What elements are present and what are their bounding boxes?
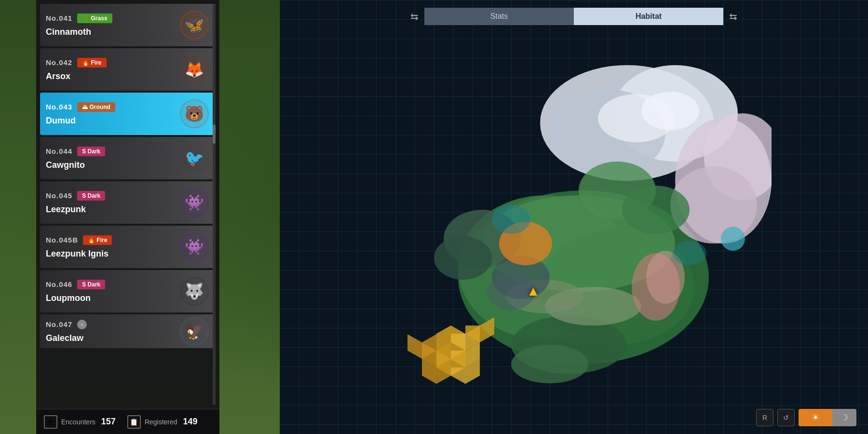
- pokemon-sprite: 🦋: [175, 6, 214, 44]
- encounters-label: Encounters: [61, 418, 95, 426]
- pokemon-name: Dumud: [46, 116, 169, 126]
- pokemon-list: No.041 🌿 Grass Cinnamoth 🦋 No.042 🔥 Fire…: [36, 0, 219, 409]
- registered-stat: 📋 Registered 149: [127, 415, 198, 429]
- pokemon-item[interactable]: No.042 🔥 Fire Arsox 🦊: [40, 48, 216, 91]
- map-header: ⇆ Stats Habitat ⇆: [408, 8, 739, 25]
- time-toggle: ☀ ☽: [799, 409, 856, 426]
- pokemon-name: Leezpunk Ignis: [46, 249, 169, 259]
- pokemon-name: Cawgnito: [46, 160, 169, 170]
- sprite-emoji: 👾: [185, 193, 204, 212]
- tab-habitat[interactable]: Habitat: [574, 8, 723, 25]
- sprite-emoji: 👾: [185, 238, 204, 256]
- pokemon-sprite: 🐻: [175, 95, 214, 133]
- svg-point-37: [673, 241, 706, 265]
- type-badge: ○: [77, 320, 87, 329]
- svg-point-9: [641, 92, 699, 130]
- refresh-button[interactable]: ↺: [777, 409, 795, 426]
- pokemon-name: Arsox: [46, 71, 169, 81]
- sprite-circle: 🦋: [180, 11, 209, 40]
- registered-value: 149: [183, 417, 198, 427]
- pokemon-number: No.043: [46, 103, 72, 111]
- encounters-stat: 👁 Encounters 157: [44, 415, 116, 429]
- type-badge: S Dark: [77, 280, 105, 289]
- tab-bar: Stats Habitat: [424, 8, 723, 25]
- pokemon-number-row: No.046 S Dark: [46, 280, 169, 289]
- pokemon-info: No.046 S Dark Loupmoon: [40, 276, 175, 307]
- pokemon-number-row: No.042 🔥 Fire: [46, 58, 169, 68]
- sprite-circle: 👾: [180, 232, 209, 261]
- pokemon-number-row: No.041 🌿 Grass: [46, 14, 169, 23]
- pokemon-item[interactable]: No.047 ○ Galeclaw 🦅: [40, 314, 216, 348]
- pokemon-name: Leezpunk: [46, 204, 169, 215]
- pokemon-sprite: 🦊: [175, 50, 214, 89]
- bottom-bar: 👁 Encounters 157 📋 Registered 149: [36, 409, 219, 434]
- time-night-button[interactable]: ☽: [832, 409, 856, 426]
- pokemon-info: No.045 S Dark Leezpunk: [40, 187, 175, 218]
- pokemon-item[interactable]: No.041 🌿 Grass Cinnamoth 🦋: [40, 4, 216, 46]
- pokemon-info: No.045B 🔥 Fire Leezpunk Ignis: [40, 231, 175, 263]
- sprite-circle: 👾: [180, 188, 209, 217]
- player-arrow: ▲: [527, 284, 540, 299]
- sun-icon: ☀: [812, 412, 819, 423]
- map-bottom-bar: R ↺ ☀ ☽: [756, 409, 856, 426]
- pokemon-number: No.047: [46, 320, 72, 328]
- type-badge: 🌿 Grass: [77, 14, 112, 23]
- encounters-value: 157: [101, 417, 116, 427]
- sprite-emoji: 🐻: [185, 105, 204, 123]
- pokemon-number: No.044: [46, 147, 72, 155]
- scroll-track: [213, 4, 216, 405]
- time-day-button[interactable]: ☀: [799, 409, 832, 426]
- registered-label: Registered: [145, 418, 177, 426]
- pokemon-number: No.045B: [46, 236, 78, 244]
- tab-stats[interactable]: Stats: [424, 8, 574, 25]
- pokemon-item[interactable]: No.045 S Dark Leezpunk 👾: [40, 181, 216, 224]
- encounters-icon: 👁: [44, 415, 57, 429]
- pokemon-sprite: 🦅: [175, 314, 214, 348]
- pokemon-number: No.045: [46, 191, 72, 200]
- svg-point-35: [721, 227, 745, 251]
- r-button[interactable]: R: [756, 409, 773, 426]
- pokemon-number-row: No.043 ⛰ Ground: [46, 102, 169, 112]
- pokemon-number-row: No.044 S Dark: [46, 147, 169, 156]
- left-panel: No.041 🌿 Grass Cinnamoth 🦋 No.042 🔥 Fire…: [36, 0, 219, 434]
- pokemon-name: Cinnamoth: [46, 27, 169, 37]
- sprite-circle: 🐻: [180, 99, 209, 128]
- pokemon-info: No.042 🔥 Fire Arsox: [40, 54, 175, 85]
- nav-prev-button[interactable]: ⇆: [408, 9, 420, 24]
- refresh-icon: ↺: [783, 414, 789, 421]
- nav-next-button[interactable]: ⇆: [727, 9, 739, 24]
- scroll-thumb[interactable]: [213, 124, 216, 144]
- pokemon-sprite: 👾: [175, 228, 214, 266]
- map-container[interactable]: ▲ ⇆ Stats Habitat ⇆ R ↺ ☀ ☽: [280, 0, 868, 434]
- sprite-circle: 🦊: [180, 55, 209, 84]
- sprite-emoji: 🦋: [185, 16, 204, 34]
- pokemon-item[interactable]: No.046 S Dark Loupmoon 🐺: [40, 270, 216, 312]
- svg-point-36: [492, 205, 530, 234]
- r-label: R: [762, 414, 767, 421]
- pokemon-item[interactable]: No.043 ⛰ Ground Dumud 🐻: [40, 93, 216, 135]
- pokemon-item[interactable]: No.045B 🔥 Fire Leezpunk Ignis 👾: [40, 226, 216, 268]
- pokemon-sprite: 🐦: [175, 139, 214, 177]
- type-badge: S Dark: [77, 147, 105, 156]
- sprite-circle: 🐺: [180, 277, 209, 306]
- svg-point-18: [511, 345, 588, 383]
- pokemon-number-row: No.045 S Dark: [46, 191, 169, 201]
- sprite-circle: 🐦: [180, 144, 209, 173]
- pokemon-number: No.042: [46, 58, 72, 67]
- pokemon-info: No.043 ⛰ Ground Dumud: [40, 98, 175, 130]
- pokemon-sprite: 🐺: [175, 272, 214, 311]
- sprite-emoji: 🐦: [185, 149, 204, 167]
- pokemon-number-row: No.045B 🔥 Fire: [46, 235, 169, 245]
- type-badge: 🔥 Fire: [83, 235, 112, 245]
- pokemon-name: Loupmoon: [46, 293, 169, 303]
- sprite-emoji: 🐺: [185, 282, 204, 300]
- moon-icon: ☽: [841, 412, 848, 423]
- pokemon-item[interactable]: No.044 S Dark Cawgnito 🐦: [40, 137, 216, 179]
- pokemon-sprite: 👾: [175, 183, 214, 222]
- pokemon-number: No.046: [46, 280, 72, 288]
- sprite-emoji: 🦅: [185, 322, 204, 340]
- pokemon-number-row: No.047 ○: [46, 320, 169, 329]
- type-badge: 🔥 Fire: [77, 58, 106, 68]
- pokemon-info: No.047 ○ Galeclaw: [40, 316, 175, 347]
- pokemon-number: No.041: [46, 14, 72, 22]
